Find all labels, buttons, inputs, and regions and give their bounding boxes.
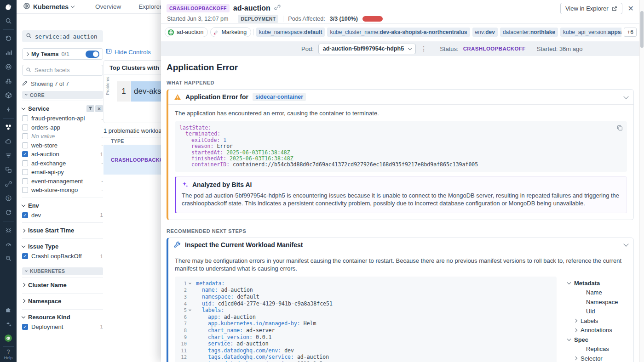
facet-item[interactable]: ad-exchange -: [22, 159, 103, 168]
facet-item[interactable]: ✓ dev 1: [22, 211, 103, 220]
container-name-pill[interactable]: sidecar-container: [253, 93, 306, 101]
log-pipelines-icon[interactable]: [0, 148, 17, 163]
facet-item[interactable]: web-store-mongo -: [22, 186, 103, 195]
tree-item-namespace[interactable]: Namespace: [563, 297, 627, 307]
checkbox[interactable]: [22, 178, 28, 184]
facet-group-header[interactable]: Issue Start Time: [22, 225, 103, 236]
fold-chevron-icon[interactable]: [189, 282, 191, 284]
checkbox[interactable]: [22, 169, 28, 175]
tag[interactable]: kube_cluster_name:dev-aks-shopist-a-nort…: [327, 28, 470, 37]
facet-search-input[interactable]: Search facets: [22, 65, 103, 76]
infrastructure-icon[interactable]: [0, 88, 17, 102]
facet-item[interactable]: ✓ ad-auction 1: [22, 150, 103, 159]
scrollbar-thumb[interactable]: [640, 11, 644, 48]
service-pill[interactable]: ad-auction: [165, 27, 208, 37]
user-avatar[interactable]: [0, 331, 17, 345]
tree-item-spec[interactable]: Spec: [563, 335, 627, 345]
facet-item[interactable]: event-management -: [22, 177, 103, 186]
facet-group-header[interactable]: Issue Type: [22, 241, 103, 252]
bits-ai-icon[interactable]: [0, 317, 17, 331]
tag[interactable]: env:dev: [472, 28, 498, 37]
facet-item[interactable]: fraud-prevention-api -: [22, 114, 103, 123]
tree-item-replicas[interactable]: Replicas: [563, 344, 627, 354]
facet-group-header[interactable]: Namespace: [22, 295, 103, 306]
history-icon[interactable]: [0, 31, 17, 45]
audit-icon[interactable]: [0, 251, 17, 266]
facet-section-core[interactable]: CORE: [22, 91, 103, 99]
tree-item-selector[interactable]: Selector: [563, 354, 627, 362]
tab-overview[interactable]: Overview: [95, 3, 121, 10]
hide-controls-button[interactable]: Hide Controls: [106, 48, 151, 56]
tab-explorer[interactable]: Explorer: [138, 3, 161, 10]
tree-item-annotations[interactable]: Annotations: [563, 325, 627, 335]
tag[interactable]: kube_namespace:default: [256, 28, 325, 37]
checkbox[interactable]: ✓: [22, 324, 28, 330]
watchdog-icon[interactable]: [0, 74, 17, 88]
checkbox[interactable]: [22, 160, 28, 166]
checkbox[interactable]: ✓: [22, 212, 28, 218]
events-icon[interactable]: [0, 102, 17, 117]
security-icon[interactable]: [0, 223, 17, 237]
tree-item-metadata[interactable]: Metadata: [563, 278, 627, 288]
chevron-down-icon[interactable]: [623, 94, 628, 99]
pod-select[interactable]: ad-auction-5bf997954c-hdph5: [318, 44, 416, 54]
tree-item-uid[interactable]: Uid: [563, 306, 627, 316]
dashboards-icon[interactable]: [0, 163, 17, 177]
cloud-icon[interactable]: [0, 134, 17, 148]
chevron-down-icon[interactable]: [623, 242, 628, 247]
ci-icon[interactable]: [0, 205, 17, 220]
metrics-icon[interactable]: [0, 45, 17, 60]
tree-chevron-icon[interactable]: [574, 328, 577, 332]
facet-group-header[interactable]: Resource Kind: [22, 311, 103, 322]
fold-chevron-icon[interactable]: [189, 308, 191, 311]
tree-chevron-icon[interactable]: [574, 356, 577, 360]
tree-chevron-icon[interactable]: [574, 319, 577, 322]
product-switcher[interactable]: Kubernetes: [23, 2, 74, 11]
facet-group-header[interactable]: Env: [22, 200, 103, 211]
checkbox[interactable]: [22, 115, 28, 121]
manifest-card-header[interactable]: Inspect the Current Workload Manifest: [168, 238, 633, 252]
facet-item[interactable]: ✓ CrashLoopBackOff 1: [22, 252, 103, 261]
tree-chevron-icon[interactable]: [567, 280, 571, 284]
manifest-editor[interactable]: 1 metadata: 2 name: ad-auction 3 namespa…: [175, 277, 557, 362]
checkbox[interactable]: [22, 142, 28, 148]
tree-chevron-icon[interactable]: [567, 337, 571, 340]
facet-item[interactable]: orders-app -: [22, 123, 103, 132]
tag[interactable]: kube_api_version:apps/v1: [560, 28, 621, 37]
more-tags-button[interactable]: +6: [624, 28, 637, 37]
containers-icon-active[interactable]: [0, 120, 17, 134]
close-icon[interactable]: ✕: [628, 5, 634, 12]
facet-section-kubernetes[interactable]: KUBERNETES: [22, 267, 103, 275]
facet-clear-icon[interactable]: ✕: [95, 105, 103, 112]
checkbox[interactable]: ✓: [22, 253, 28, 259]
checkbox[interactable]: [22, 124, 28, 130]
apm-icon[interactable]: [0, 60, 17, 74]
checkbox[interactable]: [22, 187, 28, 193]
help-label[interactable]: Help: [0, 356, 17, 360]
team-pill[interactable]: Marketing: [210, 27, 251, 37]
help-icon[interactable]: ?: [0, 348, 17, 355]
integrations-icon[interactable]: [0, 302, 17, 317]
checkbox[interactable]: ✓: [22, 151, 28, 157]
synthetics-icon[interactable]: [0, 177, 17, 191]
error-card-header[interactable]: Application Error for sidecar-container: [168, 90, 633, 105]
facet-group-header[interactable]: Cluster Name: [22, 279, 103, 290]
search-icon[interactable]: [0, 14, 17, 28]
datadog-logo[interactable]: [0, 0, 17, 14]
my-teams-filter[interactable]: My Teams 0/1: [22, 48, 103, 60]
kebab-menu-icon[interactable]: ⋮: [420, 45, 427, 52]
facet-showing[interactable]: Showing 7 of 7: [22, 80, 103, 87]
tag[interactable]: datacenter:northlake: [500, 28, 558, 37]
facet-item[interactable]: email-api-py -: [22, 168, 103, 177]
facet-group-header[interactable]: Service✕: [22, 103, 103, 114]
monitors-icon[interactable]: [0, 237, 17, 251]
panel-scrollbar[interactable]: [639, 0, 644, 362]
cost-icon[interactable]: $: [0, 191, 17, 205]
facet-item[interactable]: No value -: [22, 132, 103, 141]
view-in-explorer-button[interactable]: View in Explorer: [560, 3, 622, 14]
my-teams-toggle[interactable]: [86, 51, 99, 58]
facet-filter-icon[interactable]: [86, 105, 94, 112]
facet-item[interactable]: ✓ Deployment 1: [22, 322, 103, 332]
copy-icon[interactable]: [617, 125, 623, 132]
checkbox[interactable]: [22, 133, 28, 139]
